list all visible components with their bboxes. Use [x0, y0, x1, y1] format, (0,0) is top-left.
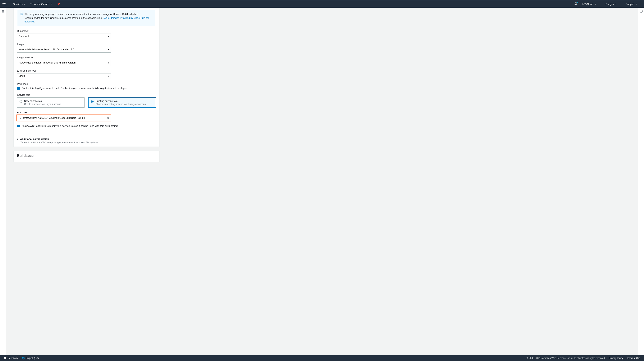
left-rail: ☰ [0, 8, 6, 355]
nav-support-label: Support [626, 3, 634, 6]
service-role-label: Service role [17, 93, 156, 96]
privileged-label: Privileged [17, 83, 156, 85]
existing-role-title: Existing service role [96, 100, 146, 102]
triangle-right-icon: ▶ [17, 138, 18, 140]
privacy-link[interactable]: Privacy Policy [609, 357, 623, 359]
additional-config-expander: ▶ Additional configuration Timeout, cert… [14, 135, 159, 147]
svg-rect-3 [21, 14, 22, 15]
alert-text-2: . [34, 20, 35, 23]
chevron-down-icon: ▼ [595, 3, 596, 5]
new-role-desc: Create a service role in your account [24, 103, 62, 106]
clear-icon[interactable]: ✕ [107, 116, 109, 119]
radio-icon [91, 100, 94, 103]
top-nav: aws Services ▼ Resource Groups ▼ 📌 LOVO … [0, 0, 644, 8]
image-field: Image aws/codebuild/amazonlinux2-x86_64-… [17, 43, 156, 53]
terms-link[interactable]: Terms of Use [626, 357, 640, 359]
image-version-select[interactable]: Always use the latest image for this run… [17, 60, 111, 66]
globe-icon: 🌐 [22, 357, 25, 359]
buildspec-panel: Buildspec [14, 151, 160, 162]
additional-config-title: Additional configuration [20, 138, 49, 140]
info-circle-icon [20, 13, 22, 24]
additional-config-toggle[interactable]: ▶ Additional configuration [17, 138, 156, 140]
info-icon[interactable]: i [640, 10, 643, 13]
role-arn-field: Role ARN ✕ [17, 111, 156, 121]
new-role-title: New service role [24, 100, 62, 102]
chevron-down-icon: ▼ [615, 3, 616, 5]
nav-region[interactable]: Oregon ▼ [606, 3, 616, 6]
nav-resource-groups-label: Resource Groups [30, 3, 50, 6]
image-label: Image [17, 43, 156, 46]
aws-logo[interactable]: aws [2, 2, 8, 6]
env-type-field: Environment type Linux ▼ [17, 69, 156, 79]
menu-icon[interactable]: ☰ [2, 10, 4, 13]
chevron-down-icon: ▼ [24, 3, 25, 5]
notification-dot [577, 2, 578, 3]
feedback-link[interactable]: 💬 Feedback [4, 357, 18, 359]
new-service-role-radio[interactable]: New service role Create a service role i… [17, 98, 84, 108]
allow-modify-checkbox[interactable]: ✓ [17, 125, 20, 127]
privileged-checkbox[interactable]: ✓ [17, 87, 20, 90]
svg-point-4 [19, 117, 20, 118]
right-rail: i [638, 8, 644, 355]
additional-config-desc: Timeout, certificate, VPC, compute type,… [20, 141, 156, 144]
runtime-select[interactable]: Standard [17, 34, 111, 39]
env-type-label: Environment type [17, 69, 156, 72]
svg-line-5 [20, 118, 21, 119]
environment-panel: The programming language runtimes are no… [14, 8, 160, 147]
copyright-text: © 2008 - 2020, Amazon Web Services, Inc.… [526, 357, 605, 359]
nav-services-label: Services [13, 3, 22, 6]
allow-modify-field: ✓ Allow AWS CodeBuild to modify this ser… [17, 124, 156, 128]
nav-region-label: Oregon [606, 3, 614, 6]
search-icon [18, 116, 21, 119]
info-alert: The programming language runtimes are no… [17, 10, 156, 26]
privileged-field: Privileged ✓ Enable this flag if you wan… [17, 83, 156, 90]
chevron-down-icon: ▼ [50, 3, 52, 5]
nav-resource-groups[interactable]: Resource Groups ▼ [30, 3, 52, 6]
image-version-label: Image version [17, 56, 156, 59]
main-content: The programming language runtimes are no… [6, 8, 638, 355]
notifications-icon[interactable] [574, 2, 578, 6]
language-selector[interactable]: 🌐 English (US) [22, 357, 39, 359]
env-type-select[interactable]: Linux [17, 73, 111, 79]
role-arn-input[interactable] [17, 115, 111, 121]
chevron-down-icon: ▼ [636, 3, 637, 5]
buildspec-heading: Buildspec [14, 151, 159, 158]
service-role-field: Service role New service role Create a s… [17, 93, 156, 108]
nav-account[interactable]: LOVO Inc. ▼ [582, 3, 596, 6]
speech-bubble-icon: 💬 [4, 357, 7, 359]
svg-point-2 [21, 13, 22, 14]
svg-text:aws: aws [2, 2, 6, 5]
existing-role-desc: Choose an existing service role from you… [96, 103, 146, 106]
role-arn-label: Role ARN [17, 111, 156, 114]
image-version-field: Image version Always use the latest imag… [17, 56, 156, 66]
footer: 💬 Feedback 🌐 English (US) © 2008 - 2020,… [0, 355, 644, 361]
nav-services[interactable]: Services ▼ [13, 3, 25, 6]
language-label: English (US) [26, 357, 39, 359]
runtime-label: Runtime(s) [17, 30, 156, 33]
radio-icon [20, 100, 22, 103]
nav-account-label: LOVO Inc. [582, 3, 594, 6]
nav-support[interactable]: Support ▼ [626, 3, 637, 6]
allow-modify-label: Allow AWS CodeBuild to modify this servi… [22, 124, 118, 128]
pin-icon[interactable]: 📌 [57, 3, 60, 6]
external-link-icon: ⧉ [32, 21, 34, 23]
privileged-checkbox-label: Enable this flag if you want to build Do… [22, 87, 127, 90]
feedback-label: Feedback [8, 357, 18, 359]
existing-service-role-radio[interactable]: Existing service role Choose an existing… [88, 98, 156, 108]
image-select[interactable]: aws/codebuild/amazonlinux2-x86_64-standa… [17, 47, 111, 53]
runtime-field: Runtime(s) Standard ▼ [17, 30, 156, 39]
